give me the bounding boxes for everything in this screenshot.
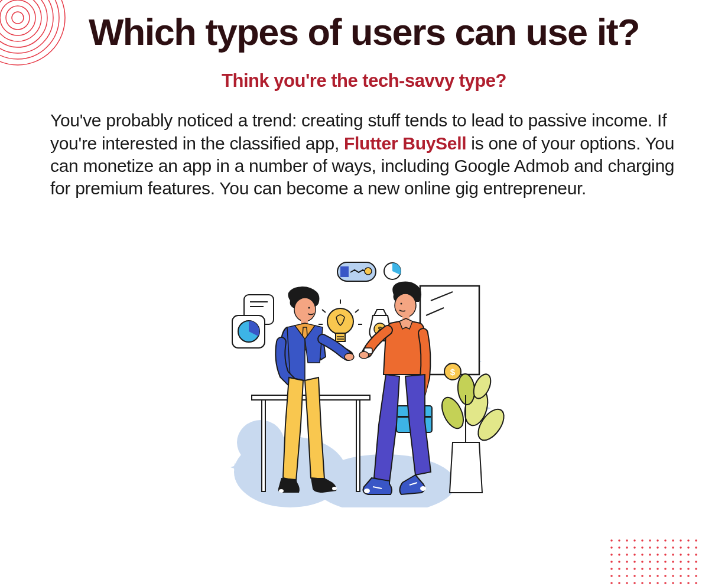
svg-point-2 <box>0 0 35 35</box>
svg-point-75 <box>695 539 697 542</box>
svg-point-82 <box>656 546 659 549</box>
svg-point-93 <box>649 554 651 556</box>
svg-point-83 <box>664 546 667 549</box>
svg-point-95 <box>664 554 667 556</box>
svg-point-88 <box>610 554 613 556</box>
svg-point-124 <box>610 575 613 577</box>
svg-point-69 <box>649 539 651 542</box>
svg-point-111 <box>695 561 697 563</box>
svg-point-70 <box>656 539 659 542</box>
svg-point-94 <box>656 554 659 556</box>
svg-rect-24 <box>340 266 349 277</box>
svg-point-120 <box>672 568 674 570</box>
svg-point-45 <box>294 298 316 321</box>
svg-point-81 <box>649 546 651 549</box>
svg-point-66 <box>626 539 628 542</box>
svg-point-97 <box>680 554 682 556</box>
svg-point-67 <box>633 539 636 542</box>
svg-point-91 <box>633 554 636 556</box>
svg-point-114 <box>626 568 628 570</box>
svg-point-89 <box>618 554 620 556</box>
svg-point-139 <box>633 582 636 584</box>
svg-point-101 <box>618 561 620 563</box>
svg-point-99 <box>695 554 697 556</box>
svg-point-112 <box>610 568 613 570</box>
body-text-highlight: Flutter BuySell <box>344 134 466 153</box>
svg-point-102 <box>626 561 628 563</box>
svg-point-141 <box>649 582 651 584</box>
business-deal-illustration: $ $ <box>219 259 509 507</box>
svg-point-74 <box>687 539 690 542</box>
svg-point-145 <box>680 582 682 584</box>
svg-point-64 <box>610 539 613 542</box>
svg-point-100 <box>610 561 613 563</box>
svg-point-108 <box>672 561 674 563</box>
svg-point-87 <box>695 546 697 549</box>
svg-point-76 <box>610 546 613 549</box>
svg-point-7 <box>0 0 65 65</box>
svg-point-6 <box>0 0 59 59</box>
svg-point-134 <box>687 575 690 577</box>
svg-point-0 <box>12 12 24 24</box>
svg-point-10 <box>237 420 284 465</box>
svg-rect-12 <box>262 400 265 491</box>
svg-point-80 <box>641 546 644 549</box>
svg-point-119 <box>664 568 667 570</box>
svg-point-96 <box>672 554 674 556</box>
svg-point-113 <box>618 568 620 570</box>
svg-point-128 <box>641 575 644 577</box>
svg-point-73 <box>680 539 682 542</box>
svg-point-46 <box>308 307 310 308</box>
svg-point-144 <box>672 582 674 584</box>
svg-point-146 <box>687 582 690 584</box>
svg-point-122 <box>687 568 690 570</box>
svg-point-130 <box>656 575 659 577</box>
svg-point-136 <box>610 582 613 584</box>
svg-point-63 <box>420 486 426 491</box>
concentric-circles-decoration <box>0 0 71 71</box>
svg-point-25 <box>365 268 372 275</box>
svg-point-52 <box>395 294 416 317</box>
dots-grid-decoration <box>610 539 710 586</box>
svg-point-107 <box>664 561 667 563</box>
svg-point-140 <box>641 582 644 584</box>
svg-point-32 <box>327 308 353 334</box>
svg-point-86 <box>687 546 690 549</box>
svg-point-103 <box>633 561 636 563</box>
svg-point-132 <box>672 575 674 577</box>
body-paragraph: You've probably noticed a trend: creatin… <box>50 109 678 200</box>
svg-point-125 <box>618 575 620 577</box>
svg-point-62 <box>364 489 370 493</box>
svg-point-51 <box>332 487 337 490</box>
svg-point-142 <box>656 582 659 584</box>
svg-rect-13 <box>356 400 360 491</box>
svg-point-137 <box>618 582 620 584</box>
svg-point-72 <box>672 539 674 542</box>
svg-point-129 <box>649 575 651 577</box>
svg-point-135 <box>695 575 697 577</box>
svg-point-53 <box>401 302 402 304</box>
svg-point-68 <box>641 539 644 542</box>
svg-point-50 <box>279 489 284 493</box>
svg-point-109 <box>680 561 682 563</box>
svg-point-65 <box>618 539 620 542</box>
svg-point-127 <box>633 575 636 577</box>
svg-point-105 <box>649 561 651 563</box>
svg-point-115 <box>633 568 636 570</box>
svg-point-118 <box>656 568 659 570</box>
svg-point-147 <box>695 582 697 584</box>
svg-point-77 <box>618 546 620 549</box>
svg-point-71 <box>664 539 667 542</box>
svg-point-126 <box>626 575 628 577</box>
svg-point-92 <box>641 554 644 556</box>
svg-rect-33 <box>336 333 345 341</box>
page-subtitle: Think you're the tech-savvy type? <box>50 70 678 92</box>
svg-line-37 <box>322 310 326 312</box>
svg-point-56 <box>359 351 369 359</box>
svg-point-110 <box>687 561 690 563</box>
svg-point-48 <box>344 353 354 360</box>
svg-point-90 <box>626 554 628 556</box>
svg-point-78 <box>626 546 628 549</box>
svg-point-123 <box>695 568 697 570</box>
svg-point-116 <box>641 568 644 570</box>
